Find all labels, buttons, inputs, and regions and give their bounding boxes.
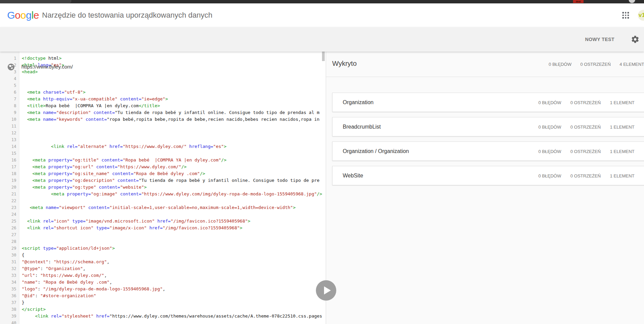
results-title: Wykryto — [332, 60, 357, 68]
code-line: 12 — [0, 130, 326, 136]
elements-count: 1 ELEMENT — [610, 173, 634, 178]
code-line: 40 — [0, 320, 326, 324]
code-line: 4 — [0, 75, 326, 82]
run-test-button[interactable] — [316, 280, 336, 301]
code-line: 14 <link rel="alternate" href="https://w… — [0, 143, 326, 150]
main-content: 1<!doctype html>2<html lang="es">3<head>… — [0, 52, 644, 324]
browser-tab[interactable] — [0, 0, 71, 3]
result-card[interactable]: Organization 0 BŁĘDÓW 0 OSTRZEŻEŃ 1 ELEM… — [332, 93, 644, 112]
summary-errors: 0 BŁĘDÓW — [549, 62, 571, 67]
browser-profile-icon[interactable] — [629, 0, 635, 3]
code-line: 23 <meta name="viewport" content="initia… — [0, 204, 326, 211]
code-line: 32"@type": "Organization", — [0, 265, 326, 272]
new-test-button[interactable]: NOWY TEST — [585, 37, 614, 42]
warnings-count: 0 OSTRZEŻEŃ — [570, 100, 601, 105]
errors-count: 0 BŁĘDÓW — [538, 124, 561, 129]
structured-data-testing-tool: dest Google Narzędzie do testowania upor… — [0, 0, 644, 324]
code-line: 19 <meta property="og:description" conte… — [0, 177, 326, 184]
code-line: 7 <meta http-equiv="x-ua-compatible" con… — [0, 96, 326, 102]
play-icon — [324, 286, 331, 294]
code-line: 5 — [0, 82, 326, 89]
apps-grid-icon[interactable] — [622, 12, 629, 19]
code-line: 13 — [0, 136, 326, 143]
elements-count: 1 ELEMENT — [610, 100, 634, 105]
code-lines: 1<!doctype html>2<html lang="es">3<head>… — [0, 52, 326, 324]
results-header: Wykryto 0 BŁĘDÓW 0 OSTRZEŻEŃ 4 ELEMENTY — [326, 52, 644, 77]
result-card[interactable]: BreadcrumbList 0 BŁĘDÓW 0 OSTRZEŻEŃ 1 EL… — [332, 117, 644, 136]
code-line: 34"name": "Ropa de Bebé dyley .com", — [0, 279, 326, 286]
code-line: 1<!doctype html> — [0, 55, 326, 62]
code-line: 24 — [0, 211, 326, 218]
code-line: 22 — [0, 197, 326, 204]
url-toolbar: https://www.dyley.com/ NOWY TEST — [0, 27, 644, 52]
result-type-label: Organization / Organization — [343, 148, 409, 154]
code-line: 3<head> — [0, 69, 326, 75]
page-title: Narzędzie do testowania uporządkowanych … — [42, 11, 212, 20]
source-code-panel[interactable]: 1<!doctype html>2<html lang="es">3<head>… — [0, 52, 326, 324]
result-card[interactable]: WebSite 0 BŁĘDÓW 0 OSTRZEŻEŃ 1 ELEMENT — [332, 166, 644, 185]
errors-count: 0 BŁĘDÓW — [538, 173, 561, 178]
elements-count: 1 ELEMENT — [610, 124, 634, 129]
app-header: Google Narzędzie do testowania uporządko… — [0, 3, 644, 27]
code-line: 27 — [0, 231, 326, 238]
code-line: 39 <link rel="stylesheet" href="https://… — [0, 313, 326, 320]
avatar[interactable]: v1c — [638, 10, 644, 21]
result-type-label: WebSite — [343, 173, 363, 179]
summary-elements: 4 ELEMENTY — [620, 62, 644, 67]
summary-stats: 0 BŁĘDÓW 0 OSTRZEŻEŃ 4 ELEMENTY — [549, 62, 644, 67]
code-line: 25 <link rel="icon" type="image/vnd.micr… — [0, 218, 326, 225]
result-card-stats: 0 BŁĘDÓW 0 OSTRZEŻEŃ 1 ELEMENT — [538, 124, 634, 129]
gear-icon[interactable] — [631, 35, 640, 44]
code-scrollbar-thumb[interactable] — [322, 52, 325, 61]
code-line: 29<script type="application/ld+json"> — [0, 245, 326, 252]
code-line: 38</script> — [0, 306, 326, 313]
warnings-count: 0 OSTRZEŻEŃ — [570, 173, 601, 178]
code-line: 9 <meta name="description" content="Tu t… — [0, 109, 326, 116]
code-line: 31"@context": "https://schema.org", — [0, 259, 326, 265]
code-line: 16 <meta property="og:title" content="Ro… — [0, 157, 326, 164]
result-type-label: BreadcrumbList — [343, 124, 381, 130]
code-line: 37} — [0, 299, 326, 306]
warnings-count: 0 OSTRZEŻEŃ — [570, 149, 601, 154]
code-line: 15 — [0, 150, 326, 157]
result-card-stats: 0 BŁĘDÓW 0 OSTRZEŻEŃ 1 ELEMENT — [538, 149, 634, 154]
code-line: 8 <title>Ropa bebé |COMPRA YA |en dyley.… — [0, 102, 326, 109]
avatar-text: v1c — [639, 12, 644, 19]
code-line: 26 <link rel="shortcut icon" type="image… — [0, 225, 326, 231]
result-card[interactable]: Organization / Organization 0 BŁĘDÓW 0 O… — [332, 141, 644, 161]
summary-warnings: 0 OSTRZEŻEŃ — [580, 62, 611, 67]
result-type-label: Organization — [343, 99, 374, 106]
code-line: 11 — [0, 123, 326, 130]
result-card-stats: 0 BŁĘDÓW 0 OSTRZEŻEŃ 1 ELEMENT — [538, 100, 634, 105]
code-line: 33"url": "https://www.dyley.com/", — [0, 272, 326, 279]
errors-count: 0 BŁĘDÓW — [538, 149, 561, 154]
elements-count: 1 ELEMENT — [610, 149, 634, 154]
warnings-count: 0 OSTRZEŻEŃ — [570, 124, 601, 129]
code-line: 30{ — [0, 252, 326, 259]
errors-count: 0 BŁĘDÓW — [538, 100, 561, 105]
google-logo[interactable]: Google — [7, 9, 39, 21]
code-line: 10 <meta name="keywords" content="ropa b… — [0, 116, 326, 123]
browser-chrome-bar: dest — [0, 0, 644, 3]
code-line: 36"@id": "#store-organization" — [0, 292, 326, 299]
code-line: 6 <meta charset="utf-8"> — [0, 89, 326, 96]
result-card-stats: 0 BŁĘDÓW 0 OSTRZEŻEŃ 1 ELEMENT — [538, 173, 634, 178]
code-line: 17 <meta property="og:url" content="http… — [0, 164, 326, 170]
results-panel: Wykryto 0 BŁĘDÓW 0 OSTRZEŻEŃ 4 ELEMENTY … — [326, 52, 644, 324]
code-line: 35"logo": "/img/dyley-ropa-de-moda-logo-… — [0, 286, 326, 292]
code-line: 21 <meta property="og:image" content="ht… — [0, 191, 326, 197]
browser-extension-badge: dest — [573, 0, 584, 3]
code-line: 20 <meta property="og:type" content="web… — [0, 184, 326, 191]
result-cards-list: Organization 0 BŁĘDÓW 0 OSTRZEŻEŃ 1 ELEM… — [326, 77, 644, 185]
globe-icon — [7, 63, 15, 72]
tested-url: https://www.dyley.com/ — [21, 64, 73, 70]
code-line: 28 — [0, 238, 326, 245]
code-line: 18 <meta property="og:site_name" content… — [0, 170, 326, 177]
